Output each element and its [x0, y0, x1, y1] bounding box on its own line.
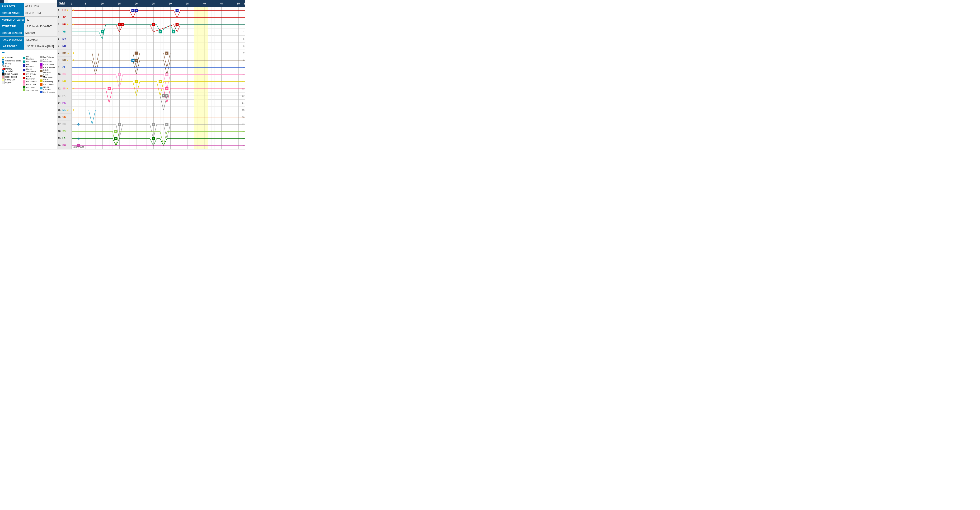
- info-row: CIRCUIT LENGTH:5.891KM: [0, 30, 57, 37]
- pit-stop-marker: P: [165, 52, 169, 55]
- grid-position-number: 2: [58, 16, 62, 19]
- grid-row: 8RG★: [57, 57, 72, 64]
- spin-marker: ⊙: [77, 122, 80, 126]
- key-penalty: Pe Penalty: [2, 68, 21, 70]
- grid-row: 19LS: [57, 135, 72, 142]
- driver-code: SD: [62, 123, 66, 126]
- grid-row: 5MV: [57, 35, 72, 43]
- driver-code: LS: [62, 137, 65, 140]
- grid-row: 10EO: [57, 71, 72, 78]
- grid-row: 1LH★: [57, 7, 72, 14]
- driver-code: LH: [62, 9, 65, 12]
- grid-row: 14PG: [57, 99, 72, 106]
- pit-stop-marker: P: [101, 30, 104, 33]
- info-row: START TIME14:10 Local - 13:10 GMT: [0, 23, 57, 30]
- driver-code: EO: [62, 73, 66, 76]
- pit-stop-marker: P: [118, 23, 121, 26]
- grid-position-number: 13: [58, 94, 62, 97]
- pit-stop-marker: P: [135, 9, 138, 12]
- grid-row: 6DR: [57, 43, 72, 49]
- pit-stop-marker: P: [159, 30, 162, 33]
- race-line-LH: [72, 10, 245, 17]
- pit-stop-marker: P: [115, 137, 118, 140]
- driver-code: RG: [62, 59, 66, 62]
- lap-number-label: 40: [203, 2, 205, 5]
- grid-position-number: 15: [58, 109, 62, 111]
- accident-marker: ★: [72, 87, 75, 91]
- driver-key-item: BH: B Hartley: [40, 66, 55, 68]
- info-label: NUMBER OF LAPS:: [0, 17, 25, 23]
- lap-number-label: 1: [71, 2, 72, 5]
- key-red-flagged: Red Flagged: [2, 75, 21, 78]
- pit-stop-marker: P: [165, 73, 169, 76]
- lap-number-label: 25: [152, 2, 154, 5]
- info-label: RACE DISTANCE:: [0, 37, 24, 43]
- driver-code: VB: [62, 30, 66, 33]
- lap-number-label: 30: [169, 2, 172, 5]
- grid-row: 11NH: [57, 78, 72, 85]
- key-mechanical: M Mechanical failure: [2, 59, 21, 62]
- lap-number-label: 50: [237, 2, 240, 5]
- lap-number-label: 15: [118, 2, 121, 5]
- accident-star-icon: ★: [67, 59, 69, 62]
- grid-position-number: 17: [58, 123, 62, 126]
- driver-key-item: NH: N Hulkenberg: [40, 78, 55, 83]
- accident-marker: ★: [72, 108, 75, 112]
- info-row: NUMBER OF LAPS:52: [0, 17, 57, 23]
- info-label: CIRCUIT LENGTH:: [0, 30, 24, 36]
- race-chart-svg: [72, 7, 245, 149]
- pit-stop-marker: P: [165, 94, 169, 97]
- safety-car-label: Safety Car: [73, 146, 84, 148]
- driver-key-item: ME: M Ericsson: [40, 86, 55, 91]
- grid-column-label: Grid: [57, 0, 72, 7]
- lap-number-label: 10: [101, 2, 103, 5]
- race-name: [4, 0, 8, 3]
- pit-stop-marker: P: [135, 59, 138, 62]
- info-value: 306.198KM: [24, 37, 57, 43]
- grid-row: 13FA: [57, 92, 72, 99]
- pit-stop-marker: P: [118, 123, 121, 126]
- pit-stop-marker: P: [118, 73, 121, 76]
- grid-position-number: 10: [58, 73, 62, 76]
- driver-code: SS: [62, 130, 65, 133]
- driver-key-item: KR: K Raikkonen: [23, 76, 38, 80]
- pit-stop-marker: P: [132, 9, 135, 12]
- driver-code: SP: [62, 87, 65, 90]
- left-panel: RACE DATE:08 JUL 2018CIRCUIT NAME:SILVER…: [0, 0, 57, 149]
- info-value: 5.891KM: [24, 30, 57, 36]
- driver-key-item: DR: D Ricciardo: [23, 64, 38, 68]
- driver-key-item: EO: E Ocon: [23, 83, 38, 86]
- grid-position-number: 14: [58, 102, 62, 104]
- pit-stop-marker: P: [176, 9, 179, 12]
- drivers-left-column: LH: L HamiltonVB: V BottasDR: D Ricciard…: [23, 56, 38, 91]
- info-row: RACE DATE:08 JUL 2018: [0, 3, 57, 10]
- driver-key-item: LH: L Hamilton: [23, 56, 38, 60]
- driver-key-item: RG: R Grosjean: [40, 69, 55, 73]
- pit-stop-marker: P: [159, 80, 162, 83]
- pit-stop-marker: P: [152, 123, 155, 126]
- driver-code: DR: [62, 44, 66, 47]
- race-line-VB: [72, 25, 245, 39]
- driver-code: ME: [62, 109, 66, 111]
- driver-key-item: SD: S Vandoorne: [40, 59, 55, 63]
- grid-row: 20BH: [57, 142, 72, 149]
- round-header-row: [0, 0, 57, 3]
- spin-marker: ⊙: [77, 137, 80, 140]
- grid-position-number: 9: [58, 66, 62, 68]
- info-row: CIRCUIT NAME:SILVERSTONE: [0, 10, 57, 17]
- info-value: 14:10 Local - 13:10 GMT: [24, 23, 57, 30]
- pit-stop-marker: P: [152, 137, 155, 140]
- driver-code: FA: [62, 94, 65, 97]
- grid-row: 15ME★: [57, 106, 72, 114]
- pit-stop-marker: P: [162, 94, 165, 97]
- driver-key-item: SV: S Vettel: [23, 73, 38, 75]
- driver-key-item: VB: V Bottas: [23, 60, 38, 63]
- grid-position-number: 19: [58, 137, 62, 140]
- info-value: SILVERSTONE: [24, 10, 57, 16]
- accident-marker: ★: [72, 9, 75, 12]
- info-value: 08 JUL 2018: [24, 3, 57, 10]
- right-panel: Grid 1510152025303540455052 1LH★2SV3KR★4…: [57, 0, 245, 149]
- lap-number-label: 35: [186, 2, 189, 5]
- grid-position-number: 3: [58, 23, 62, 26]
- round-label: [0, 0, 4, 3]
